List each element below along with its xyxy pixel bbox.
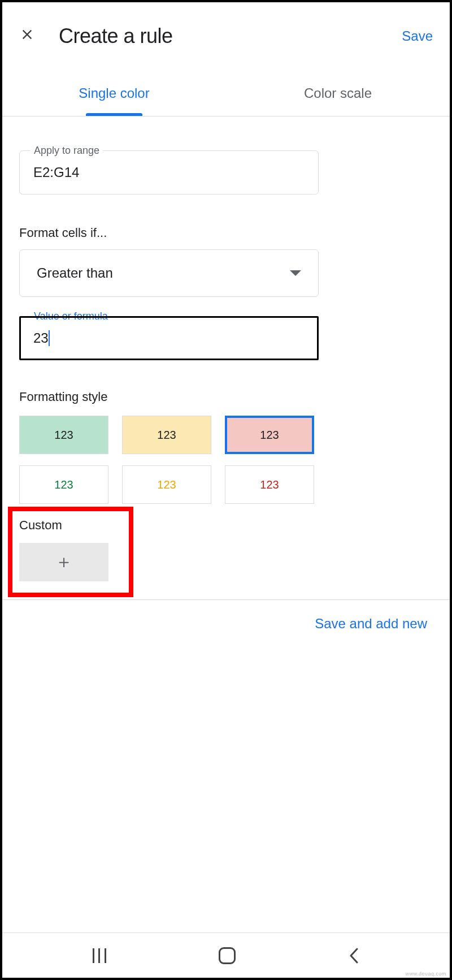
tab-single-color[interactable]: Single color [2,70,226,116]
tab-bar: Single color Color scale [2,70,450,116]
footer-action-bar: Save and add new [2,599,450,647]
watermark: www.deuaq.com [405,971,446,977]
swatch-grid: 123123123123123123 [19,416,433,504]
text-cursor [49,330,50,346]
save-button[interactable]: Save [402,28,433,44]
condition-dropdown[interactable]: Greater than [19,249,319,297]
value-input[interactable]: 23 [19,316,319,360]
style-swatch-2[interactable]: 123 [225,416,314,454]
android-navbar [2,932,450,978]
plus-icon: ＋ [55,550,73,575]
content-area: Apply to range Format cells if... Greate… [2,116,450,581]
header-bar: Create a rule Save [2,2,450,70]
style-swatch-0[interactable]: 123 [19,416,108,454]
range-label: Apply to range [31,145,103,157]
nav-recents-icon[interactable] [93,948,106,963]
nav-back-icon[interactable] [348,947,359,964]
tab-label: Single color [79,85,149,101]
range-field-wrap: Apply to range [19,150,433,195]
chevron-down-icon [290,270,301,276]
save-add-new-button[interactable]: Save and add new [315,616,427,631]
close-icon[interactable] [19,26,42,47]
formatting-section: Formatting style 123123123123123123 Cust… [19,390,433,581]
style-swatch-1[interactable]: 123 [122,416,211,454]
value-field-wrap: Value or formula 23 [19,316,433,360]
tab-label: Color scale [304,85,372,101]
custom-label: Custom [19,518,433,533]
formatting-label: Formatting style [19,390,433,404]
range-input[interactable] [19,150,319,195]
custom-section: Custom ＋ [19,518,433,581]
style-swatch-5[interactable]: 123 [225,465,314,504]
custom-add-button[interactable]: ＋ [19,543,108,581]
page-title: Create a rule [59,24,402,48]
style-swatch-3[interactable]: 123 [19,465,108,504]
condition-label: Format cells if... [19,226,433,240]
nav-home-icon[interactable] [219,947,236,964]
tab-color-scale[interactable]: Color scale [226,70,450,116]
value-text: 23 [33,330,49,346]
dropdown-selected: Greater than [37,265,113,281]
style-swatch-4[interactable]: 123 [122,465,211,504]
